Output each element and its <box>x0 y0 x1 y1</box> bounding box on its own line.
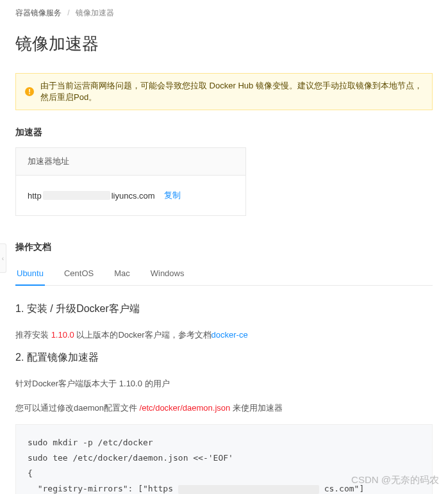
address-url-prefix: http <box>28 191 42 201</box>
breadcrumb-current: 镜像加速器 <box>76 8 114 17</box>
address-card-header: 加速器地址 <box>16 148 245 176</box>
step2-title: 2. 配置镜像加速器 <box>15 351 433 365</box>
breadcrumb: 容器镜像服务 / 镜像加速器 <box>15 8 433 19</box>
step2-line1: 针对Docker客户端版本大于 1.10.0 的用户 <box>15 376 433 391</box>
code-block[interactable]: sudo mkdir -p /etc/docker sudo tee /etc/… <box>15 424 433 494</box>
breadcrumb-separator: / <box>67 8 69 17</box>
tab-mac[interactable]: Mac <box>113 262 131 286</box>
accelerator-section-label: 加速器 <box>15 127 433 138</box>
address-card: 加速器地址 httpliyuncs.com 复制 <box>15 147 246 216</box>
warning-icon: ! <box>25 87 34 96</box>
doc-content: 1. 安装 / 升级Docker客户端 推荐安装 1.10.0 以上版本的Doc… <box>15 302 433 494</box>
tab-ubuntu[interactable]: Ubuntu <box>15 262 45 286</box>
code-url-masked <box>178 485 319 494</box>
address-url-masked <box>43 191 110 200</box>
copy-button[interactable]: 复制 <box>164 190 181 201</box>
daemon-path: /etc/docker/daemon.json <box>140 403 231 413</box>
tab-windows[interactable]: Windows <box>149 262 186 286</box>
page-title: 镜像加速器 <box>15 33 433 55</box>
breadcrumb-parent[interactable]: 容器镜像服务 <box>15 8 62 17</box>
docs-section-label: 操作文档 <box>15 242 433 253</box>
tab-centos[interactable]: CentOS <box>63 262 95 286</box>
address-url-suffix: liyuncs.com <box>112 191 155 201</box>
version-highlight: 1.10.0 <box>51 330 74 340</box>
docker-ce-link[interactable]: docker-ce <box>212 330 248 340</box>
warning-alert: ! 由于当前运营商网络问题，可能会导致您拉取 Docker Hub 镜像变慢。建… <box>15 73 433 110</box>
collapse-handle[interactable]: ‹ <box>0 243 6 273</box>
step1-title: 1. 安装 / 升级Docker客户端 <box>15 302 433 316</box>
os-tabs: Ubuntu CentOS Mac Windows <box>15 262 433 286</box>
step1-text: 推荐安装 1.10.0 以上版本的Docker客户端，参考文档docker-ce <box>15 327 433 342</box>
step2-line2: 您可以通过修改daemon配置文件 /etc/docker/daemon.jso… <box>15 400 433 415</box>
alert-text: 由于当前运营商网络问题，可能会导致您拉取 Docker Hub 镜像变慢。建议您… <box>40 80 423 103</box>
